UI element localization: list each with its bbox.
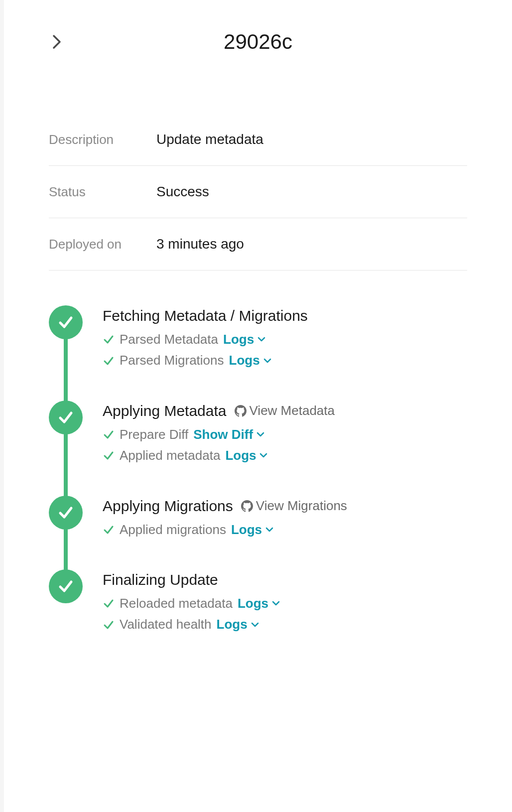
chevron-down-icon [259, 451, 268, 460]
substep-label: Prepare Diff [120, 425, 188, 443]
chevron-down-icon [257, 335, 266, 344]
substep-action-link[interactable]: Logs [231, 521, 274, 539]
chevron-down-icon [263, 356, 272, 365]
meta-row-status: Status Success [49, 166, 467, 218]
substep-action-label: Logs [217, 615, 248, 633]
step-status-circle [49, 496, 83, 530]
substep-action-link[interactable]: Logs [217, 615, 259, 633]
step-body: Applying MigrationsView MigrationsApplie… [103, 496, 467, 539]
substep: Reloaded metadataLogs [103, 594, 467, 612]
chevron-down-icon [271, 599, 280, 608]
check-icon [56, 577, 75, 596]
substep-action-label: Logs [238, 594, 268, 612]
external-link[interactable]: View Migrations [241, 498, 347, 514]
chevron-down-icon [257, 335, 266, 344]
github-icon [241, 500, 253, 512]
check-icon [103, 355, 115, 367]
step-title-row: Finalizing Update [103, 571, 467, 588]
steps-timeline: Fetching Metadata / MigrationsParsed Met… [49, 305, 467, 634]
meta-row-deployed: Deployed on 3 minutes ago [49, 218, 467, 271]
step-title-row: Applying MetadataView Metadata [103, 403, 467, 419]
substep-action-link[interactable]: Logs [223, 330, 266, 348]
external-link-label: View Metadata [250, 403, 335, 418]
step: Finalizing UpdateReloaded metadataLogsVa… [49, 569, 467, 634]
substep-action-link[interactable]: Logs [229, 351, 272, 369]
substep-check-icon [103, 333, 115, 345]
step-status-circle [49, 569, 83, 603]
substep-check-icon [103, 428, 115, 440]
substep-label: Reloaded metadata [120, 594, 233, 612]
substep-action-label: Show Diff [193, 425, 253, 443]
step: Applying MetadataView MetadataPrepare Di… [49, 401, 467, 465]
check-icon [103, 619, 115, 631]
external-link[interactable]: View Metadata [235, 403, 335, 418]
chevron-down-icon [259, 451, 268, 460]
step-title-row: Fetching Metadata / Migrations [103, 307, 467, 324]
meta-value: Update metadata [156, 132, 263, 147]
substep-check-icon [103, 597, 115, 609]
substep-action-label: Logs [225, 446, 256, 464]
left-gutter [0, 0, 4, 812]
step: Applying MigrationsView MigrationsApplie… [49, 496, 467, 539]
meta-label: Deployed on [49, 237, 156, 252]
meta-label: Status [49, 184, 156, 200]
chevron-down-icon [251, 620, 259, 629]
substep-action-link[interactable]: Logs [225, 446, 268, 464]
deployment-panel: 29026c Description Update metadata Statu… [4, 0, 512, 812]
substep: Parsed MigrationsLogs [103, 351, 467, 369]
chevron-down-icon [271, 599, 280, 608]
header: 29026c [49, 30, 467, 54]
substep: Applied metadataLogs [103, 446, 467, 464]
meta-row-description: Description Update metadata [49, 114, 467, 166]
step-title-row: Applying MigrationsView Migrations [103, 498, 467, 515]
github-icon [235, 405, 247, 417]
chevron-down-icon [263, 356, 272, 365]
chevron-down-icon [251, 620, 259, 629]
check-icon [103, 449, 115, 461]
meta-label: Description [49, 132, 156, 147]
chevron-down-icon [256, 430, 265, 439]
step-title: Fetching Metadata / Migrations [103, 307, 308, 324]
substep: Applied migrationsLogs [103, 521, 467, 539]
step-status-circle [49, 305, 83, 339]
check-icon [103, 597, 115, 609]
substep-label: Applied metadata [120, 446, 220, 464]
substep-action-link[interactable]: Show Diff [193, 425, 265, 443]
external-link-label: View Migrations [256, 498, 347, 514]
check-icon [56, 313, 75, 332]
substep-action-label: Logs [231, 521, 262, 539]
check-icon [56, 503, 75, 522]
step-body: Finalizing UpdateReloaded metadataLogsVa… [103, 569, 467, 634]
substep-action-link[interactable]: Logs [238, 594, 280, 612]
page-title: 29026c [49, 30, 467, 54]
check-icon [103, 524, 115, 536]
step-title: Finalizing Update [103, 571, 218, 588]
check-icon [103, 428, 115, 440]
chevron-down-icon [256, 430, 265, 439]
substep: Prepare DiffShow Diff [103, 425, 467, 443]
step-status-circle [49, 401, 83, 434]
step-body: Applying MetadataView MetadataPrepare Di… [103, 401, 467, 465]
step-title: Applying Migrations [103, 498, 233, 515]
meta-value: Success [156, 184, 209, 200]
substep-check-icon [103, 524, 115, 536]
substep-action-label: Logs [223, 330, 254, 348]
substep-label: Parsed Migrations [120, 351, 224, 369]
check-icon [103, 333, 115, 345]
step-title: Applying Metadata [103, 403, 227, 419]
substep: Validated healthLogs [103, 615, 467, 633]
substep-check-icon [103, 619, 115, 631]
substep-check-icon [103, 355, 115, 367]
check-icon [56, 408, 75, 427]
chevron-down-icon [265, 525, 274, 534]
substep-check-icon [103, 449, 115, 461]
substep-label: Parsed Metadata [120, 330, 218, 348]
substep-label: Validated health [120, 615, 212, 633]
step: Fetching Metadata / MigrationsParsed Met… [49, 305, 467, 370]
substep: Parsed MetadataLogs [103, 330, 467, 348]
step-body: Fetching Metadata / MigrationsParsed Met… [103, 305, 467, 370]
substep-action-label: Logs [229, 351, 260, 369]
meta-value: 3 minutes ago [156, 236, 244, 252]
chevron-down-icon [265, 525, 274, 534]
substep-label: Applied migrations [120, 521, 226, 539]
